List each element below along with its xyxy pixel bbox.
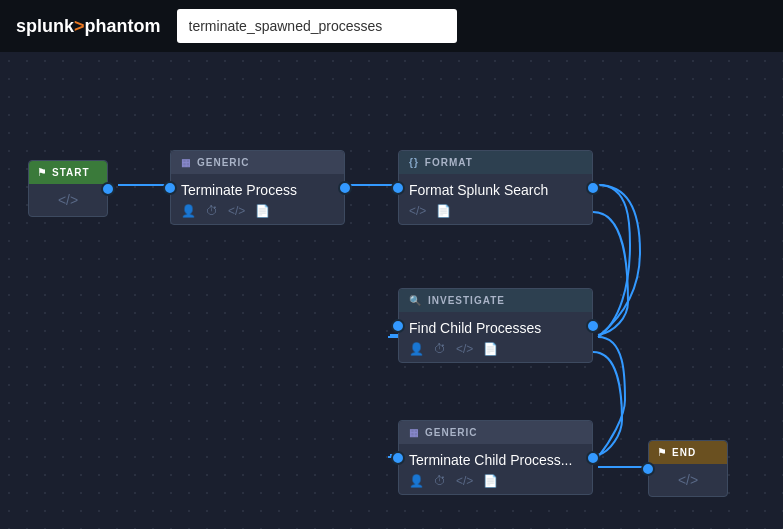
workflow-canvas: ⚑ START </> ▦ GENERIC Terminate Process … xyxy=(0,52,783,529)
end-flag-icon: ⚑ xyxy=(657,446,667,459)
terminate-process-header: ▦ GENERIC xyxy=(171,151,344,174)
start-node-body: </> xyxy=(29,184,107,216)
terminate-child-header: ▦ GENERIC xyxy=(399,421,592,444)
terminate-child-category: GENERIC xyxy=(425,427,478,438)
format-splunk-search-node[interactable]: {} FORMAT Format Splunk Search </> 📄 xyxy=(398,150,593,225)
format-category: FORMAT xyxy=(425,157,473,168)
end-code-icon: </> xyxy=(678,472,698,488)
code-icon: </> xyxy=(228,204,245,218)
doc-icon: 📄 xyxy=(483,342,498,356)
end-node-body: </> xyxy=(649,464,727,496)
terminate-process-output-port[interactable] xyxy=(338,181,352,195)
format-splunk-search-title: Format Splunk Search xyxy=(409,182,582,198)
user-icon: 👤 xyxy=(409,474,424,488)
clock-icon: ⏱ xyxy=(434,474,446,488)
app-logo: splunk>phantom xyxy=(16,16,161,37)
end-label: END xyxy=(672,447,696,458)
format-input-port[interactable] xyxy=(391,181,405,195)
find-child-output-port[interactable] xyxy=(586,319,600,333)
clock-icon: ⏱ xyxy=(206,204,218,218)
investigate-icon: 🔍 xyxy=(409,295,422,306)
format-icon: {} xyxy=(409,157,419,168)
end-node-header: ⚑ END xyxy=(649,441,727,464)
terminate-child-output-port[interactable] xyxy=(586,451,600,465)
generic-icon-2: ▦ xyxy=(409,427,419,438)
find-child-processes-title: Find Child Processes xyxy=(409,320,582,336)
start-label: START xyxy=(52,167,90,178)
find-child-icons: 👤 ⏱ </> 📄 xyxy=(409,342,582,356)
format-icons: </> 📄 xyxy=(409,204,582,218)
end-node[interactable]: ⚑ END </> xyxy=(648,440,728,497)
terminate-process-icons: 👤 ⏱ </> 📄 xyxy=(181,204,334,218)
format-output-port[interactable] xyxy=(586,181,600,195)
terminate-process-category: GENERIC xyxy=(197,157,250,168)
terminate-child-icons: 👤 ⏱ </> 📄 xyxy=(409,474,582,488)
start-output-port[interactable] xyxy=(101,182,115,196)
flag-icon: ⚑ xyxy=(37,166,47,179)
end-input-port[interactable] xyxy=(641,462,655,476)
format-header: {} FORMAT xyxy=(399,151,592,174)
terminate-process-body: Terminate Process 👤 ⏱ </> 📄 xyxy=(171,174,344,224)
user-icon: 👤 xyxy=(409,342,424,356)
generic-icon: ▦ xyxy=(181,157,191,168)
doc-icon: 📄 xyxy=(436,204,451,218)
code-icon: </> xyxy=(58,192,78,208)
terminate-child-process-node[interactable]: ▦ GENERIC Terminate Child Process... 👤 ⏱… xyxy=(398,420,593,495)
terminate-process-title: Terminate Process xyxy=(181,182,334,198)
terminate-child-input-port[interactable] xyxy=(391,451,405,465)
start-node-header: ⚑ START xyxy=(29,161,107,184)
find-child-processes-node[interactable]: 🔍 INVESTIGATE Find Child Processes 👤 ⏱ <… xyxy=(398,288,593,363)
doc-icon: 📄 xyxy=(483,474,498,488)
doc-icon: 📄 xyxy=(255,204,270,218)
code-icon: </> xyxy=(456,474,473,488)
clock-icon: ⏱ xyxy=(434,342,446,356)
investigate-header: 🔍 INVESTIGATE xyxy=(399,289,592,312)
user-icon: 👤 xyxy=(181,204,196,218)
investigate-category: INVESTIGATE xyxy=(428,295,505,306)
code-icon: </> xyxy=(409,204,426,218)
terminate-process-input-port[interactable] xyxy=(163,181,177,195)
workflow-name-input[interactable] xyxy=(177,9,457,43)
find-child-processes-body: Find Child Processes 👤 ⏱ </> 📄 xyxy=(399,312,592,362)
terminate-child-body: Terminate Child Process... 👤 ⏱ </> 📄 xyxy=(399,444,592,494)
find-child-input-port[interactable] xyxy=(391,319,405,333)
start-node[interactable]: ⚑ START </> xyxy=(28,160,108,217)
terminate-process-node[interactable]: ▦ GENERIC Terminate Process 👤 ⏱ </> 📄 xyxy=(170,150,345,225)
code-icon: </> xyxy=(456,342,473,356)
app-header: splunk>phantom xyxy=(0,0,783,52)
terminate-child-title: Terminate Child Process... xyxy=(409,452,582,468)
format-splunk-search-body: Format Splunk Search </> 📄 xyxy=(399,174,592,224)
